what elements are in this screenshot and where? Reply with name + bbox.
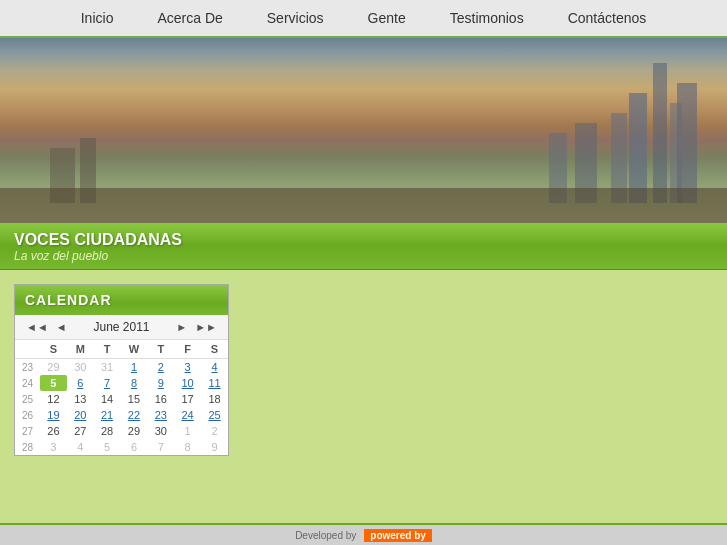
calendar-day[interactable]: 2 xyxy=(147,359,174,376)
calendar-week-row: 283456789 xyxy=(15,439,228,455)
calendar-day: 5 xyxy=(94,439,121,455)
nav-item-servicios[interactable]: Servicios xyxy=(245,2,346,34)
calendar-day[interactable]: 22 xyxy=(121,407,148,423)
week-number: 24 xyxy=(15,375,40,391)
site-title: VOCES CIUDADANAS xyxy=(14,231,713,249)
day-header-sun: S xyxy=(40,340,67,359)
hero-image xyxy=(0,38,727,223)
calendar-day: 1 xyxy=(174,423,201,439)
calendar-day[interactable]: 20 xyxy=(67,407,94,423)
calendar-day[interactable]: 3 xyxy=(174,359,201,376)
calendar-day: 3 xyxy=(40,439,67,455)
calendar-week-row: 2619202122232425 xyxy=(15,407,228,423)
calendar-day[interactable]: 24 xyxy=(174,407,201,423)
calendar-table: S M T W T F S 23293031123424567891011251… xyxy=(15,340,228,455)
calendar-day[interactable]: 7 xyxy=(94,375,121,391)
footer: Developed by powered by xyxy=(0,523,727,545)
calendar-week-row: 2512131415161718 xyxy=(15,391,228,407)
calendar-day[interactable]: 10 xyxy=(174,375,201,391)
next-button[interactable]: ► xyxy=(173,321,190,333)
calendar-day: 15 xyxy=(121,391,148,407)
calendar-day: 8 xyxy=(174,439,201,455)
calendar-month-label: June 2011 xyxy=(93,320,149,334)
nav-item-testimonios[interactable]: Testimonios xyxy=(428,2,546,34)
title-bar: VOCES CIUDADANAS La voz del pueblo xyxy=(0,223,727,270)
calendar-day: 2 xyxy=(201,423,228,439)
calendar-day[interactable]: 11 xyxy=(201,375,228,391)
calendar-day[interactable]: 1 xyxy=(121,359,148,376)
calendar-day[interactable]: 9 xyxy=(147,375,174,391)
calendar-day: 27 xyxy=(67,423,94,439)
developed-by-label: Developed by xyxy=(295,530,356,541)
main-content: CALENDAR ◄◄ ◄ June 2011 ► ►► S M T W T xyxy=(0,270,727,470)
calendar-day[interactable]: 6 xyxy=(67,375,94,391)
calendar-day[interactable]: 21 xyxy=(94,407,121,423)
calendar-header: CALENDAR xyxy=(15,285,228,315)
week-number: 23 xyxy=(15,359,40,376)
nav-item-acerca-de[interactable]: Acerca De xyxy=(135,2,244,34)
day-header-mon: M xyxy=(67,340,94,359)
day-header-wed: W xyxy=(121,340,148,359)
calendar-day: 6 xyxy=(121,439,148,455)
calendar-day: 28 xyxy=(94,423,121,439)
week-number: 25 xyxy=(15,391,40,407)
nav-item-contactenos[interactable]: Contáctenos xyxy=(546,2,669,34)
calendar-day[interactable]: 25 xyxy=(201,407,228,423)
nav-item-gente[interactable]: Gente xyxy=(346,2,428,34)
calendar-day: 31 xyxy=(94,359,121,376)
week-number: 28 xyxy=(15,439,40,455)
calendar-day[interactable]: 4 xyxy=(201,359,228,376)
site-subtitle: La voz del pueblo xyxy=(14,249,713,263)
calendar-day[interactable]: 8 xyxy=(121,375,148,391)
next-nav-group: ► ►► xyxy=(173,321,220,333)
calendar-header-row: S M T W T F S xyxy=(15,340,228,359)
calendar-day: 14 xyxy=(94,391,121,407)
week-col-header xyxy=(15,340,40,359)
calendar-day: 18 xyxy=(201,391,228,407)
calendar-day: 16 xyxy=(147,391,174,407)
day-header-thu: T xyxy=(147,340,174,359)
calendar-day: 12 xyxy=(40,391,67,407)
prev-nav-group: ◄◄ ◄ xyxy=(23,321,70,333)
nav-item-inicio[interactable]: Inicio xyxy=(59,2,136,34)
calendar-week-row: 232930311234 xyxy=(15,359,228,376)
calendar-day[interactable]: 19 xyxy=(40,407,67,423)
calendar-widget: CALENDAR ◄◄ ◄ June 2011 ► ►► S M T W T xyxy=(14,284,229,456)
calendar-day: 26 xyxy=(40,423,67,439)
calendar-day: 29 xyxy=(121,423,148,439)
calendar-day: 30 xyxy=(67,359,94,376)
calendar-week-row: 24567891011 xyxy=(15,375,228,391)
calendar-body: 2329303112342456789101125121314151617182… xyxy=(15,359,228,456)
calendar-day: 4 xyxy=(67,439,94,455)
calendar-day: 9 xyxy=(201,439,228,455)
calendar-navigation: ◄◄ ◄ June 2011 ► ►► xyxy=(15,315,228,340)
week-number: 27 xyxy=(15,423,40,439)
day-header-sat: S xyxy=(201,340,228,359)
calendar-day: 13 xyxy=(67,391,94,407)
powered-by-badge: powered by xyxy=(364,529,432,542)
day-header-fri: F xyxy=(174,340,201,359)
calendar-day: 17 xyxy=(174,391,201,407)
next-next-button[interactable]: ►► xyxy=(192,321,220,333)
calendar-day: 30 xyxy=(147,423,174,439)
calendar-day: 7 xyxy=(147,439,174,455)
calendar-week-row: 27262728293012 xyxy=(15,423,228,439)
prev-prev-button[interactable]: ◄◄ xyxy=(23,321,51,333)
calendar-day: 29 xyxy=(40,359,67,376)
navigation-bar: InicioAcerca DeServiciosGenteTestimonios… xyxy=(0,0,727,38)
week-number: 26 xyxy=(15,407,40,423)
calendar-day[interactable]: 23 xyxy=(147,407,174,423)
prev-button[interactable]: ◄ xyxy=(53,321,70,333)
day-header-tue: T xyxy=(94,340,121,359)
calendar-day[interactable]: 5 xyxy=(40,375,67,391)
